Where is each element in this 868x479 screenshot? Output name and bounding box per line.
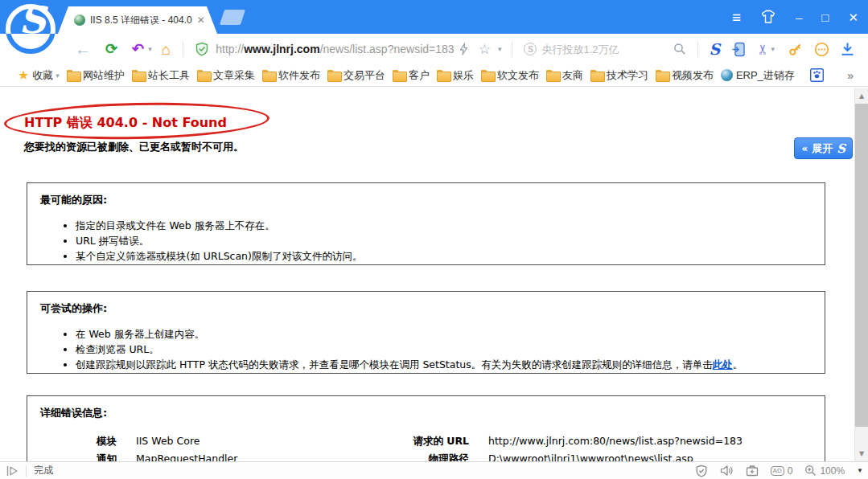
bookmarks-bar: ★ 收藏 ▾ 网站维护 站长工具 文章采集 软件发布 交易平台 客户 娱乐 软文… (0, 64, 868, 87)
scroll-up-icon[interactable]: ▲ (855, 89, 868, 102)
sogou-badge-icon: S (837, 141, 845, 156)
bookmark-label: 娱乐 (453, 68, 474, 83)
favorites-button[interactable]: ★ 收藏 ▾ (18, 68, 60, 83)
box-heading: 可尝试的操作: (40, 301, 812, 316)
security-shield-icon[interactable] (195, 42, 209, 56)
corner-caret-icon[interactable]: ▼ (857, 467, 863, 474)
zoom-level: 100% (820, 465, 845, 477)
bookmark-folder[interactable]: 娱乐 (437, 68, 474, 83)
bookmark-folder[interactable]: 友商 (546, 68, 583, 83)
adblock-icon[interactable]: AD 0 (771, 465, 793, 477)
close-button[interactable]: ✕ (848, 11, 858, 23)
search-box[interactable]: S (517, 43, 693, 55)
bookmark-folder[interactable]: 视频发布 (656, 68, 714, 83)
expand-label: 展开 (812, 141, 833, 156)
search-icon[interactable] (673, 43, 686, 55)
bookmarks-overflow-icon[interactable]: » (839, 69, 862, 82)
scroll-down-icon[interactable]: ▼ (855, 447, 868, 460)
requested-url-label: 请求的 URL (379, 432, 469, 450)
address-bar[interactable]: http://www.jlnrj.com/news/list.asp?newsi… (188, 41, 507, 58)
new-tab-button[interactable] (220, 10, 245, 25)
sogou-logo[interactable]: S S (2, 2, 63, 64)
bookmark-folder[interactable]: 客户 (393, 68, 430, 83)
ad-badge: AD (771, 466, 784, 476)
address-bar-actions: ☆ ▾ (454, 41, 504, 58)
box-heading: 最可能的原因: (40, 193, 812, 207)
bookmark-folder[interactable]: 软件发布 (262, 68, 320, 83)
bullet-list: 在 Web 服务器上创建内容。 检查浏览器 URL。 创建跟踪规则以跟踪此 HT… (40, 326, 812, 372)
menu-icon[interactable]: ≡ (732, 10, 741, 25)
favorites-label: 收藏 (32, 68, 53, 83)
detailed-error-box: 详细错误信息: 模块 IIS Web Core 请求的 URL http://w… (27, 395, 825, 461)
folder-icon (481, 70, 494, 80)
toolbar-extensions: S ✂▾ (703, 40, 868, 58)
bullet-item: URL 拼写错误。 (76, 233, 812, 248)
speaker-icon[interactable] (720, 465, 734, 477)
url-prefix: http:// (216, 43, 244, 55)
send-to-phone-icon[interactable] (731, 42, 746, 57)
tab-close-icon[interactable]: ✕ (197, 14, 205, 26)
scrollbar-thumb[interactable] (855, 104, 868, 427)
url-path: /news/list.asp?newsid=183 (320, 43, 454, 55)
bookmark-folder[interactable]: 站长工具 (132, 68, 190, 83)
expand-sidebar-button[interactable]: « 展开 S (794, 137, 853, 159)
bookmark-folder[interactable]: 交易平台 (327, 68, 385, 83)
bookmark-star-icon[interactable]: ☆ (474, 41, 496, 58)
zoom-control[interactable]: 100% (804, 465, 845, 477)
bullet-text: 。 (733, 358, 743, 371)
maximize-button[interactable]: □ (821, 11, 829, 23)
undo-icon[interactable]: ↶ (125, 42, 146, 56)
scissors-icon[interactable]: ✂ (755, 43, 771, 55)
home-icon[interactable]: ⌂ (154, 42, 178, 57)
password-key-icon[interactable] (788, 42, 803, 56)
undo-dropdown-icon[interactable]: ▾ (146, 45, 154, 53)
search-input[interactable] (541, 43, 667, 55)
security-check-icon[interactable] (695, 465, 708, 477)
folder-icon (546, 70, 559, 80)
table-row: 模块 IIS Web Core 请求的 URL http://www.jlnrj… (40, 432, 812, 450)
bookmark-dropdown-icon[interactable]: ▾ (496, 45, 504, 53)
notification-value: MapRequestHandler (136, 450, 360, 461)
feedback-smiley-icon[interactable] (814, 42, 829, 57)
bookmark-folder[interactable]: 网站维护 (67, 68, 125, 83)
sogou-logo-bottom: S (2, 34, 63, 64)
reader-play-icon[interactable] (6, 465, 19, 477)
paw-bookmark-icon[interactable] (810, 68, 824, 82)
medicine-box-icon[interactable] (746, 465, 759, 477)
browser-tab[interactable]: IIS 8.5 详细错误 - 404.0 ✕ (58, 6, 217, 34)
folder-icon (437, 70, 450, 80)
sogou-extension-icon[interactable]: S (709, 40, 720, 58)
lightning-icon[interactable] (459, 43, 469, 55)
bookmark-folder[interactable]: 文章采集 (197, 68, 255, 83)
window-controls: ≡ – □ ✕ (732, 0, 858, 34)
physical-path-label: 物理路径 (379, 450, 469, 461)
status-bar: 完成 AD 0 100% ▼ (0, 461, 868, 479)
probable-causes-box: 最可能的原因: 指定的目录或文件在 Web 服务器上不存在。 URL 拼写错误。… (27, 182, 825, 265)
box-heading: 详细错误信息: (40, 406, 812, 420)
here-link[interactable]: 此处 (713, 358, 733, 371)
skin-icon[interactable] (760, 10, 776, 24)
folder-icon (262, 70, 275, 80)
navigation-toolbar: ← ⟳ ↶ ▾ ⌂ http://www.jlnrj.com/news/list… (0, 34, 868, 64)
bullet-item: 检查浏览器 URL。 (76, 342, 812, 357)
bookmark-erp[interactable]: ERP_进销存 (721, 68, 795, 83)
url-text: http://www.jlnrj.com/news/list.asp?newsi… (216, 43, 454, 55)
bullet-item: 某个自定义筛选器或模块(如 URLScan)限制了对该文件的访问。 (76, 248, 812, 264)
refresh-icon[interactable]: ⟳ (98, 42, 125, 56)
expand-chevron: « (801, 143, 808, 154)
ad-count: 0 (788, 465, 793, 477)
error-details-table: 模块 IIS Web Core 请求的 URL http://www.jlnrj… (40, 432, 812, 461)
vertical-scrollbar[interactable]: ▲ ▼ (854, 88, 868, 461)
minimize-button[interactable]: – (796, 11, 802, 23)
bookmark-folder[interactable]: 软文发布 (481, 68, 539, 83)
download-icon[interactable] (841, 42, 854, 56)
back-icon[interactable]: ← (68, 41, 98, 57)
folder-icon (67, 70, 80, 80)
folder-icon (590, 70, 603, 80)
bookmark-folder[interactable]: 技术学习 (590, 68, 648, 83)
url-domain: www.jlnrj.com (244, 43, 319, 55)
bookmark-label: 站长工具 (148, 68, 190, 83)
module-value: IIS Web Core (136, 432, 360, 450)
notification-label: 通知 (40, 450, 117, 461)
bookmark-label: 交易平台 (343, 68, 385, 83)
